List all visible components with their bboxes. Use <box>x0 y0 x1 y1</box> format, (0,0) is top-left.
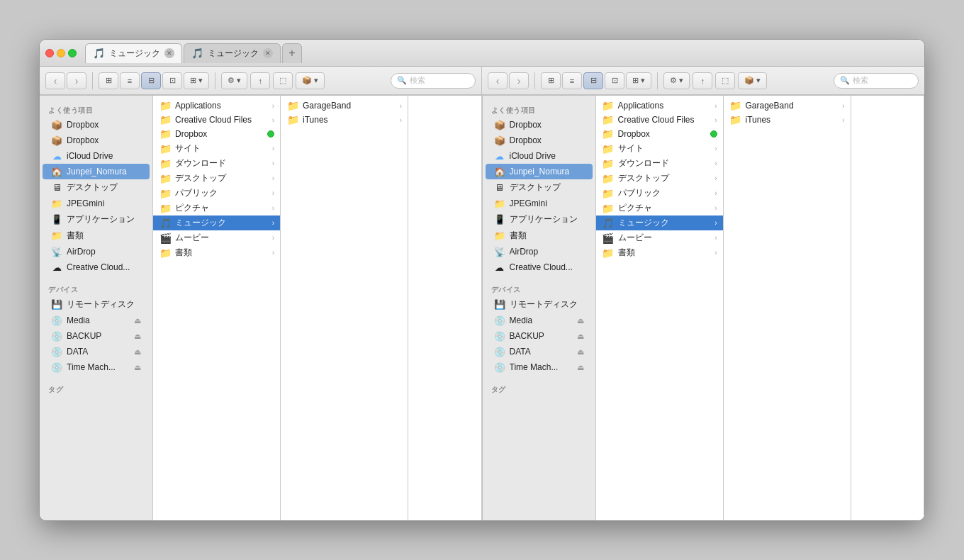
left-col1-item-movies[interactable]: 🎬 ムービー › <box>153 230 280 245</box>
share-btn-left[interactable]: ↑ <box>250 72 270 89</box>
right-col2-item-itunes[interactable]: 📁 iTunes › <box>724 113 851 127</box>
right-col2-item-garageband[interactable]: 📁 GarageBand › <box>724 99 851 113</box>
itunes-arrow-lc2: › <box>400 116 402 124</box>
left-sidebar-desktop[interactable]: 🖥 デスクトップ <box>43 179 150 196</box>
right-sidebar-cc[interactable]: ☁ Creative Cloud... <box>486 259 593 275</box>
tab-left[interactable]: 🎵 ミュージック ✕ <box>85 43 182 63</box>
right-sidebar-data[interactable]: 💿 DATA ⏏ <box>486 344 593 359</box>
right-sidebar-jpegmini[interactable]: 📁 JPEGmini <box>486 196 593 211</box>
right-sidebar-timemachine[interactable]: 💿 Time Mach... ⏏ <box>486 359 593 375</box>
left-col1-item-sites[interactable]: 📁 サイト › <box>153 141 280 156</box>
left-sidebar-media[interactable]: 💿 Media ⏏ <box>43 313 150 328</box>
left-sidebar-apps[interactable]: 📱 アプリケーション <box>43 211 150 228</box>
left-col1-item-downloads[interactable]: 📁 ダウンロード › <box>153 156 280 171</box>
maximize-button[interactable] <box>68 49 77 57</box>
tab-left-close[interactable]: ✕ <box>164 48 174 58</box>
arrange-btn-left[interactable]: ⊞ ▾ <box>184 72 209 89</box>
right-col1-item-dropbox[interactable]: 📁 Dropbox <box>596 127 723 141</box>
right-sidebar-media[interactable]: 💿 Media ⏏ <box>486 313 593 328</box>
list-view-right[interactable]: ≡ <box>562 72 582 89</box>
left-devices-label: デバイス <box>40 281 152 296</box>
icon-view-left[interactable]: ⊞ <box>99 72 118 89</box>
right-col1-item-movies[interactable]: 🎬 ムービー › <box>596 230 723 245</box>
left-sidebar-dropbox2[interactable]: 📦 Dropbox <box>43 133 150 148</box>
right-sidebar-home[interactable]: 🏠 Junpei_Nomura <box>486 164 593 179</box>
tab-right[interactable]: 🎵 ミュージック ✕ <box>184 43 281 63</box>
right-sidebar-airdrop[interactable]: 📡 AirDrop <box>486 244 593 259</box>
left-sidebar-cc[interactable]: ☁ Creative Cloud... <box>43 259 150 275</box>
gallery-view-left[interactable]: ⊡ <box>162 72 182 89</box>
back-button-left[interactable]: ‹ <box>45 72 65 89</box>
tab-right-close[interactable]: ✕ <box>263 48 273 58</box>
left-col1-item-public[interactable]: 📁 パブリック › <box>153 186 280 201</box>
right-col1-item-ccfiles[interactable]: 📁 Creative Cloud Files › <box>596 113 723 127</box>
data-eject-left[interactable]: ⏏ <box>134 347 141 357</box>
right-col1-item-sites[interactable]: 📁 サイト › <box>596 141 723 156</box>
dropbox-btn-right[interactable]: 📦 ▾ <box>738 72 767 89</box>
left-sidebar-docs[interactable]: 📁 書類 <box>43 228 150 244</box>
minimize-button[interactable] <box>57 49 65 57</box>
search-box-left[interactable]: 🔍 検索 <box>391 73 476 89</box>
gallery-view-right[interactable]: ⊡ <box>605 72 624 89</box>
right-col1-item-downloads[interactable]: 📁 ダウンロード › <box>596 156 723 171</box>
action-btn-left[interactable]: ⚙ ▾ <box>221 72 247 89</box>
desktop-folder-icon-lc1: 📁 <box>159 173 172 184</box>
right-col1-item-applications[interactable]: 📁 Applications › <box>596 99 723 113</box>
right-sidebar-apps[interactable]: 📱 アプリケーション <box>486 211 593 228</box>
left-sidebar-airdrop[interactable]: 📡 AirDrop <box>43 244 150 259</box>
list-view-left[interactable]: ≡ <box>120 72 140 89</box>
left-col2-item-itunes[interactable]: 📁 iTunes › <box>281 113 408 127</box>
left-sidebar-jpegmini[interactable]: 📁 JPEGmini <box>43 196 150 211</box>
action-btn-right[interactable]: ⚙ ▾ <box>663 72 690 89</box>
left-sidebar-icloud[interactable]: ☁ iCloud Drive <box>43 148 150 164</box>
media-eject-right[interactable]: ⏏ <box>577 316 584 325</box>
left-col2-item-garageband[interactable]: 📁 GarageBand › <box>281 99 408 113</box>
right-sidebar-docs[interactable]: 📁 書類 <box>486 228 593 244</box>
space-btn-left[interactable]: ⬚ <box>273 72 293 89</box>
right-col1-item-music[interactable]: 🎵 ミュージック › <box>596 215 723 230</box>
left-col1-item-ccfiles[interactable]: 📁 Creative Cloud Files › <box>153 113 280 127</box>
left-sidebar-home[interactable]: 🏠 Junpei_Nomura <box>43 164 150 179</box>
forward-button-right[interactable]: › <box>509 72 529 89</box>
left-col1-item-applications[interactable]: 📁 Applications › <box>153 99 280 113</box>
left-sidebar-backup[interactable]: 💿 BACKUP ⏏ <box>43 328 150 344</box>
left-sidebar-data[interactable]: 💿 DATA ⏏ <box>43 344 150 359</box>
left-col1-item-pictures[interactable]: 📁 ピクチャ › <box>153 201 280 215</box>
right-col1-item-desktop[interactable]: 📁 デスクトップ › <box>596 171 723 186</box>
backup-eject-left[interactable]: ⏏ <box>134 332 141 341</box>
media-eject-left[interactable]: ⏏ <box>134 316 141 325</box>
data-eject-right[interactable]: ⏏ <box>577 347 584 357</box>
dropbox-btn-left[interactable]: 📦 ▾ <box>296 72 325 89</box>
right-col1-item-docs[interactable]: 📁 書類 › <box>596 245 723 260</box>
back-button-right[interactable]: ‹ <box>488 72 508 89</box>
new-tab-button[interactable]: + <box>282 43 302 63</box>
icon-view-right[interactable]: ⊞ <box>541 72 561 89</box>
right-sidebar-backup[interactable]: 💿 BACKUP ⏏ <box>486 328 593 344</box>
left-sidebar-remote[interactable]: 💾 リモートディスク <box>43 296 150 313</box>
close-button[interactable] <box>45 49 54 57</box>
right-sidebar-remote[interactable]: 💾 リモートディスク <box>486 296 593 313</box>
column-view-right[interactable]: ⊟ <box>583 72 603 89</box>
share-btn-right[interactable]: ↑ <box>693 72 712 89</box>
view-buttons-left: ⊞ ≡ ⊟ ⊡ ⊞ ▾ <box>99 72 209 89</box>
forward-button-left[interactable]: › <box>67 72 86 89</box>
left-sidebar-timemachine[interactable]: 💿 Time Mach... ⏏ <box>43 359 150 375</box>
search-box-right[interactable]: 🔍 検索 <box>834 73 919 89</box>
timemachine-eject-left[interactable]: ⏏ <box>134 363 141 372</box>
left-col1-item-docs[interactable]: 📁 書類 › <box>153 245 280 260</box>
right-sidebar-dropbox1[interactable]: 📦 Dropbox <box>486 117 593 133</box>
left-col1-item-desktop[interactable]: 📁 デスクトップ › <box>153 171 280 186</box>
arrange-btn-right[interactable]: ⊞ ▾ <box>626 72 651 89</box>
right-sidebar-desktop[interactable]: 🖥 デスクトップ <box>486 179 593 196</box>
right-sidebar-dropbox2[interactable]: 📦 Dropbox <box>486 133 593 148</box>
backup-eject-right[interactable]: ⏏ <box>577 332 584 341</box>
left-col1-item-music[interactable]: 🎵 ミュージック › <box>153 215 280 230</box>
right-col1-item-pictures[interactable]: 📁 ピクチャ › <box>596 201 723 215</box>
left-col1-item-dropbox[interactable]: 📁 Dropbox <box>153 127 280 141</box>
left-sidebar-dropbox1[interactable]: 📦 Dropbox <box>43 117 150 133</box>
right-sidebar-icloud[interactable]: ☁ iCloud Drive <box>486 148 593 164</box>
right-col1-item-public[interactable]: 📁 パブリック › <box>596 186 723 201</box>
timemachine-eject-right[interactable]: ⏏ <box>577 363 584 372</box>
space-btn-right[interactable]: ⬚ <box>715 72 735 89</box>
column-view-left[interactable]: ⊟ <box>141 72 161 89</box>
